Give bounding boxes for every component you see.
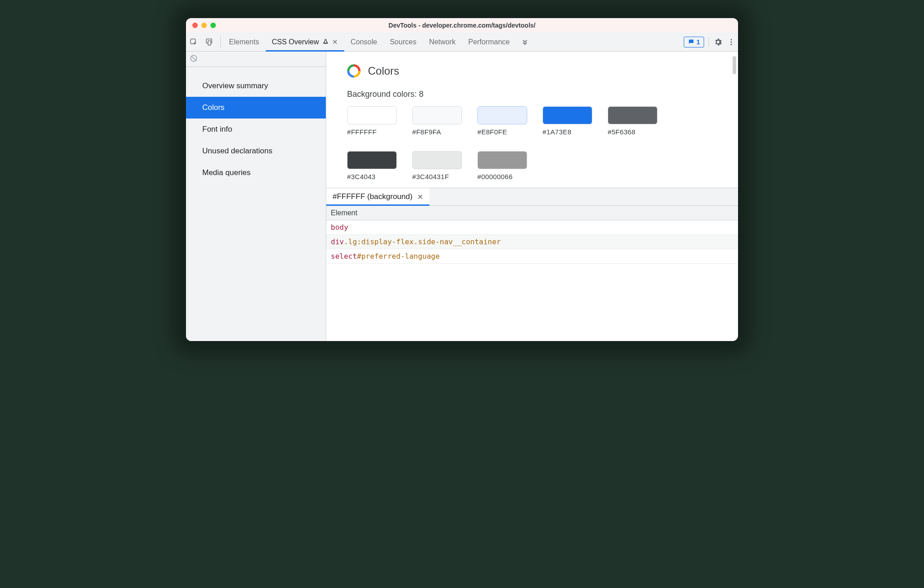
messages-badge[interactable]: 1 bbox=[684, 37, 704, 47]
swatch-label: #00000066 bbox=[477, 173, 527, 180]
sidebar-item-unused-declarations[interactable]: Unused declarations bbox=[186, 140, 326, 162]
svg-rect-2 bbox=[208, 41, 211, 45]
swatch-chip bbox=[347, 151, 397, 169]
sidebar-item-overview-summary[interactable]: Overview summary bbox=[186, 75, 326, 97]
detail-tab-row: #FFFFFF (background) ✕ bbox=[326, 188, 738, 206]
swatch-label: #FFFFFF bbox=[347, 128, 397, 136]
tab-performance[interactable]: Performance bbox=[462, 33, 516, 51]
swatch-chip bbox=[477, 106, 527, 124]
swatch-chip bbox=[477, 151, 527, 169]
sidebar-item-label: Unused declarations bbox=[202, 147, 272, 156]
window-maximize-button[interactable] bbox=[210, 23, 216, 28]
color-swatch[interactable]: #5F6368 bbox=[608, 106, 657, 136]
color-swatch[interactable]: #3C40431F bbox=[412, 151, 462, 180]
section-header: Colors bbox=[347, 64, 717, 78]
color-swatch[interactable]: #E8F0FE bbox=[477, 106, 527, 136]
main-content: Colors Background colors: 8 #FFFFFF#F8F9… bbox=[326, 52, 738, 341]
color-swatch[interactable]: #F8F9FA bbox=[412, 106, 462, 136]
swatch-chip bbox=[412, 151, 462, 169]
messages-count: 1 bbox=[696, 38, 700, 46]
color-swatch[interactable]: #3C4043 bbox=[347, 151, 397, 180]
window-minimize-button[interactable] bbox=[201, 23, 207, 28]
tab-label: Network bbox=[429, 38, 456, 46]
clear-overview-icon[interactable] bbox=[190, 54, 198, 64]
section-title: Colors bbox=[368, 65, 399, 77]
close-tab-icon[interactable]: ✕ bbox=[332, 38, 338, 46]
swatch-chip bbox=[347, 106, 397, 124]
svg-point-3 bbox=[731, 39, 732, 40]
element-row[interactable]: div.lg:display-flex.side-nav__container bbox=[326, 235, 738, 249]
tab-console[interactable]: Console bbox=[344, 33, 384, 51]
swatch-label: #E8F0FE bbox=[477, 128, 527, 136]
tab-css-overview[interactable]: CSS Overview ✕ bbox=[266, 33, 344, 51]
devtools-tabstrip: Elements CSS Overview ✕ Console Sources … bbox=[186, 33, 738, 52]
tab-label: Sources bbox=[390, 38, 416, 46]
separator bbox=[220, 36, 221, 47]
svg-line-7 bbox=[191, 56, 196, 61]
sidebar: Overview summary Colors Font info Unused… bbox=[186, 52, 326, 341]
swatch-label: #3C40431F bbox=[412, 173, 462, 180]
color-swatch[interactable]: #FFFFFF bbox=[347, 106, 397, 136]
swatch-label: #F8F9FA bbox=[412, 128, 462, 136]
settings-icon[interactable] bbox=[714, 38, 723, 47]
tab-network[interactable]: Network bbox=[423, 33, 462, 51]
more-tabs-icon[interactable] bbox=[516, 33, 534, 51]
colors-section: Colors Background colors: 8 #FFFFFF#F8F9… bbox=[326, 52, 738, 188]
swatch-chip bbox=[412, 106, 462, 124]
detail-column-header: Element bbox=[326, 206, 738, 220]
swatch-chip bbox=[608, 106, 657, 124]
sidebar-item-media-queries[interactable]: Media queries bbox=[186, 162, 326, 184]
swatch-chip bbox=[543, 106, 592, 124]
scrollbar[interactable] bbox=[733, 56, 736, 74]
toolbar-right: 1 bbox=[684, 33, 738, 51]
devtools-window: DevTools - developer.chrome.com/tags/dev… bbox=[186, 18, 738, 341]
detail-rows: bodydiv.lg:display-flex.side-nav__contai… bbox=[326, 220, 738, 264]
element-row[interactable]: body bbox=[326, 220, 738, 235]
svg-point-5 bbox=[731, 43, 732, 45]
traffic-lights bbox=[192, 23, 216, 28]
tab-label: Performance bbox=[468, 38, 510, 46]
detail-tab[interactable]: #FFFFFF (background) ✕ bbox=[326, 188, 429, 205]
device-toolbar-icon[interactable] bbox=[201, 33, 217, 51]
tab-label: CSS Overview bbox=[272, 38, 319, 46]
kebab-menu-icon[interactable] bbox=[727, 38, 735, 46]
window-close-button[interactable] bbox=[192, 23, 198, 28]
swatches-grid: #FFFFFF#F8F9FA#E8F0FE#1A73E8#5F6368#3C40… bbox=[347, 106, 717, 180]
tab-sources[interactable]: Sources bbox=[383, 33, 423, 51]
element-row[interactable]: select#preferred-language bbox=[326, 249, 738, 264]
tab-elements[interactable]: Elements bbox=[223, 33, 266, 51]
swatch-label: #5F6368 bbox=[608, 128, 657, 136]
experiment-icon bbox=[323, 38, 329, 46]
detail-tab-label: #FFFFFF (background) bbox=[333, 192, 413, 201]
color-swatch[interactable]: #1A73E8 bbox=[543, 106, 592, 136]
color-swatch[interactable]: #00000066 bbox=[477, 151, 527, 180]
swatch-label: #3C4043 bbox=[347, 173, 397, 180]
sidebar-item-label: Media queries bbox=[202, 168, 251, 177]
background-colors-subhead: Background colors: 8 bbox=[347, 90, 717, 99]
sidebar-item-colors[interactable]: Colors bbox=[186, 97, 326, 119]
sidebar-item-label: Colors bbox=[202, 103, 224, 112]
tab-label: Console bbox=[351, 38, 377, 46]
sidebar-item-label: Font info bbox=[202, 125, 232, 134]
titlebar: DevTools - developer.chrome.com/tags/dev… bbox=[186, 18, 738, 33]
sidebar-item-font-info[interactable]: Font info bbox=[186, 119, 326, 140]
sidebar-top-row bbox=[186, 52, 326, 67]
swatch-label: #1A73E8 bbox=[543, 128, 592, 136]
panel-body: Overview summary Colors Font info Unused… bbox=[186, 52, 738, 341]
color-ring-icon bbox=[347, 64, 361, 78]
inspect-element-icon[interactable] bbox=[186, 33, 201, 51]
tab-label: Elements bbox=[229, 38, 259, 46]
separator bbox=[709, 37, 709, 47]
sidebar-item-label: Overview summary bbox=[202, 81, 268, 90]
svg-point-4 bbox=[731, 41, 732, 43]
window-title: DevTools - developer.chrome.com/tags/dev… bbox=[186, 22, 738, 29]
close-detail-tab-icon[interactable]: ✕ bbox=[417, 193, 423, 201]
